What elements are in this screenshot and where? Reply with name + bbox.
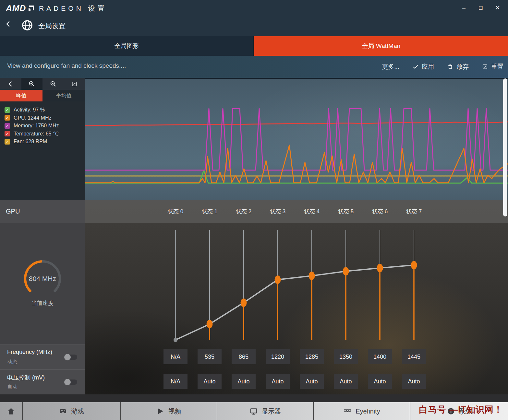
- gauge-value: 804 MHz: [0, 275, 85, 283]
- back-button[interactable]: [5, 20, 12, 28]
- icon-home: [7, 407, 15, 415]
- state-header: 状态 3: [263, 200, 292, 223]
- legend-row: ✓Temperature: 65 ℃: [5, 130, 85, 138]
- radeon-settings-window: AMD RADEON 设置 – □ ✕ 全局设置 全局图形 全局 WattMan…: [0, 0, 508, 420]
- state-header: 状态 0: [161, 200, 190, 223]
- frequency-value-field[interactable]: 865: [232, 349, 256, 364]
- amd-logo-text: AMD: [6, 3, 26, 13]
- minimize-button[interactable]: –: [457, 2, 471, 14]
- state-slider-handle[interactable]: [411, 261, 417, 269]
- performance-chart-svg: [85, 79, 508, 200]
- legend-checkbox[interactable]: ✓: [5, 107, 10, 113]
- reset-button[interactable]: 重置: [482, 63, 503, 71]
- frequency-slider-svg: [85, 223, 508, 349]
- frequency-value-field[interactable]: 1400: [368, 349, 392, 364]
- state-slider-handle[interactable]: [377, 264, 383, 272]
- tab-global-wattman[interactable]: 全局 WattMan: [254, 36, 508, 56]
- state-0-point: [174, 338, 177, 342]
- voltage-value-field[interactable]: Auto: [198, 374, 222, 389]
- window-controls: – □ ✕: [457, 2, 505, 14]
- legend-checkbox[interactable]: ✓: [5, 123, 10, 129]
- frequency-value-field[interactable]: 1350: [334, 349, 358, 364]
- legend-row: ✓GPU: 1244 MHz: [5, 114, 85, 122]
- close-button[interactable]: ✕: [490, 2, 505, 14]
- chart-line-activity: [85, 170, 508, 183]
- voltage-value-field[interactable]: Auto: [334, 374, 358, 389]
- state-header: 状态 6: [365, 200, 394, 223]
- voltage-value-field[interactable]: Auto: [300, 374, 324, 389]
- reset-view-button[interactable]: [64, 78, 85, 90]
- tab-global-graphics[interactable]: 全局图形: [0, 36, 253, 56]
- legend-row: ✓Memory: 1750 MHz: [5, 122, 85, 130]
- voltage-value-field[interactable]: N/A: [163, 374, 187, 389]
- legend-checkbox[interactable]: ✓: [5, 115, 10, 121]
- more-button[interactable]: 更多...: [382, 63, 399, 71]
- voltage-value-field[interactable]: Auto: [402, 374, 426, 389]
- performance-chart: [85, 78, 508, 200]
- monitor-view-tabs: 峰值 平均值: [0, 90, 85, 101]
- watermark: 白马号 —IT知识网！: [419, 404, 503, 415]
- action-buttons: 更多...应用放弃重置: [382, 56, 503, 78]
- legend-checkbox[interactable]: ✓: [5, 131, 10, 136]
- monitor-controls: [0, 78, 85, 90]
- monitor-back-button[interactable]: [0, 78, 21, 90]
- maximize-button[interactable]: □: [474, 2, 488, 14]
- state-header: 状态 4: [297, 200, 326, 223]
- frequency-values-row: N/A53586512201285135014001445: [0, 349, 508, 364]
- nav-item-gaming[interactable]: 游戏: [23, 402, 121, 420]
- tab-bar: 全局图形 全局 WattMan: [0, 36, 508, 56]
- frequency-value-field[interactable]: 1220: [266, 349, 290, 364]
- chart-line-gpu: [85, 145, 508, 183]
- gpu-section-label: GPU: [0, 200, 85, 223]
- frequency-value-field[interactable]: 1285: [300, 349, 324, 364]
- zoom-in-button[interactable]: [21, 78, 43, 90]
- discard-button[interactable]: 放弃: [447, 63, 469, 71]
- nav-item-video[interactable]: 视频: [121, 402, 217, 420]
- apply-button-label: 应用: [422, 63, 434, 71]
- nav-item-label: 视频: [168, 407, 181, 416]
- gpu-label: GPU: [6, 208, 20, 215]
- state-slider-handle[interactable]: [241, 298, 247, 307]
- state-header: 状态 1: [195, 200, 224, 223]
- voltage-values-row: N/AAutoAutoAutoAutoAutoAutoAuto: [0, 374, 508, 389]
- legend-label: Fan: 628 RPM: [14, 139, 47, 145]
- icon-trash: [447, 64, 454, 70]
- icon-monitor: [249, 407, 258, 415]
- chart-line-temperature: [85, 122, 508, 126]
- state-slider-handle[interactable]: [275, 275, 281, 284]
- title-bar: AMD RADEON 设置 – □ ✕: [0, 0, 508, 16]
- nav-item-display[interactable]: 显示器: [217, 402, 314, 420]
- nav-item-eyefinity[interactable]: Eyefinity: [314, 402, 410, 420]
- tab-average[interactable]: 平均值: [42, 90, 85, 101]
- state-slider-handle[interactable]: [207, 320, 213, 328]
- frequency-value-field[interactable]: 1445: [402, 349, 426, 364]
- voltage-value-field[interactable]: Auto: [368, 374, 392, 389]
- state-header: 状态 5: [331, 200, 360, 223]
- apply-button[interactable]: 应用: [412, 63, 434, 71]
- legend-checkbox[interactable]: ✓: [5, 139, 10, 145]
- state-slider-handle[interactable]: [343, 267, 349, 275]
- voltage-value-field[interactable]: Auto: [232, 374, 256, 389]
- frequency-value-field[interactable]: N/A: [163, 349, 187, 364]
- reset-button-label: 重置: [491, 63, 503, 71]
- app-brand: RADEON 设置: [39, 4, 107, 13]
- amd-arrow-icon: [28, 5, 34, 12]
- action-bar: View and configure fan and clock speeds.…: [0, 56, 508, 78]
- legend-label: Memory: 1750 MHz: [14, 123, 59, 129]
- bottom-strip: [0, 394, 508, 402]
- nav-item-home[interactable]: [0, 402, 23, 420]
- header: AMD RADEON 设置 – □ ✕ 全局设置: [0, 0, 508, 36]
- legend-label: Temperature: 65 ℃: [14, 131, 59, 137]
- subtitle: View and configure fan and clock speeds.…: [7, 62, 126, 69]
- zoom-out-button[interactable]: [42, 78, 64, 90]
- frequency-value-field[interactable]: 535: [198, 349, 222, 364]
- state-slider-handle[interactable]: [309, 272, 315, 280]
- icon-eyefinity: [343, 407, 352, 415]
- state-header: 状态 7: [399, 200, 429, 223]
- legend-label: GPU: 1244 MHz: [14, 115, 51, 121]
- vertical-scrollbar[interactable]: [503, 78, 507, 216]
- legend-row: ✓Activity: 97 %: [5, 106, 85, 114]
- tab-peak[interactable]: 峰值: [0, 90, 42, 101]
- nav-row: 全局设置: [0, 16, 508, 36]
- voltage-value-field[interactable]: Auto: [266, 374, 290, 389]
